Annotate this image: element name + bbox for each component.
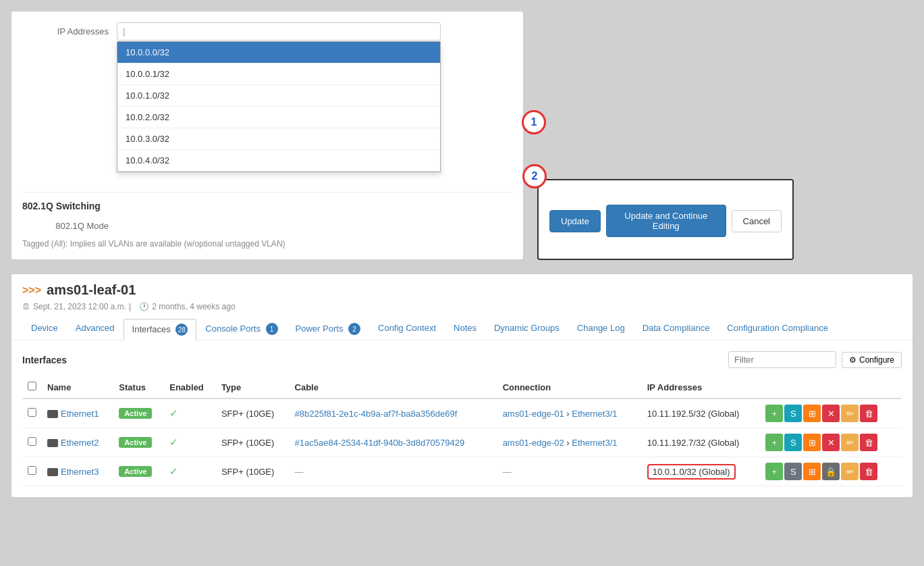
assign-button[interactable]: ⊞: [803, 434, 821, 451]
interface-ip: 10.11.192.7/32 (Global): [642, 428, 761, 457]
tab-interfaces[interactable]: Interfaces 28: [124, 319, 197, 340]
select-all-checkbox[interactable]: [28, 382, 36, 390]
edit-button[interactable]: ✏: [841, 463, 859, 480]
ip-addresses-label: IP Addresses: [22, 22, 117, 36]
buttons-card: 2 Update Update and Continue Editing Can…: [537, 179, 794, 260]
add-button[interactable]: +: [765, 463, 783, 480]
step-badge-2: 2: [522, 164, 547, 188]
switching-mode-row: 802.1Q Mode: [22, 217, 512, 231]
cable-link[interactable]: #1ac5ae84-2534-41df-940b-3d8d70579429: [295, 438, 465, 448]
interface-icon: [47, 439, 58, 447]
th-checkbox: [22, 376, 42, 398]
dropdown-item-1[interactable]: 10.0.0.1/32: [117, 63, 440, 85]
dropdown-item-2[interactable]: 10.0.1.0/32: [117, 85, 440, 107]
ip-addresses-row: IP Addresses 10.0.0.0/32 10.0.0.1/32 10.…: [22, 22, 512, 41]
row-checkbox-eth1[interactable]: [28, 408, 36, 417]
filter-input[interactable]: [728, 351, 836, 368]
interface-name-link[interactable]: Ethernet3: [61, 467, 99, 477]
dropdown-item-5[interactable]: 10.0.4.0/32: [117, 150, 440, 172]
table-row: Ethernet2Active✓SFP+ (10GE)#1ac5ae84-253…: [22, 428, 902, 457]
tabs-row: Device Advanced Interfaces 28 Console Po…: [22, 318, 902, 340]
interfaces-header: Interfaces Configure: [22, 351, 902, 368]
interface-actions: + S ⊞ 🔒 ✏ 🗑: [760, 457, 902, 486]
enabled-check: ✓: [169, 407, 178, 419]
tab-notes[interactable]: Notes: [445, 318, 485, 340]
interfaces-badge: 28: [175, 324, 188, 336]
delete-button[interactable]: 🗑: [860, 463, 877, 480]
tab-advanced[interactable]: Advanced: [67, 318, 124, 340]
disconnect-button[interactable]: ✕: [822, 405, 840, 422]
tagged-note: Tagged (All): Implies all VLANs are avai…: [22, 239, 512, 249]
update-button[interactable]: Update: [549, 210, 601, 232]
sync-button[interactable]: S: [784, 463, 802, 480]
interface-type: SFP+ (10GE): [216, 398, 290, 428]
disconnect-button[interactable]: ✕: [822, 434, 840, 451]
enabled-check: ✓: [169, 465, 178, 477]
row-checkbox-eth2[interactable]: [28, 437, 36, 446]
tab-config-compliance[interactable]: Configuration Compliance: [718, 318, 837, 340]
configure-button[interactable]: Configure: [842, 352, 902, 368]
assign-button[interactable]: ⊞: [803, 463, 821, 480]
edit-button[interactable]: ✏: [841, 405, 859, 422]
interface-connection: ams01-edge-01 › Ethernet3/1: [497, 398, 642, 428]
interface-icon: [47, 468, 58, 476]
connection-from-link[interactable]: ams01-edge-01: [503, 409, 564, 419]
delete-button[interactable]: 🗑: [860, 434, 877, 451]
interface-cable: #8b225f81-2e1c-4b9a-af7f-ba8a356de69f: [290, 398, 497, 428]
tab-data-compliance[interactable]: Data Compliance: [634, 318, 719, 340]
sync-button[interactable]: S: [784, 405, 802, 422]
interface-actions: + S ⊞ ✕ ✏ 🗑: [760, 428, 902, 457]
update-continue-button[interactable]: Update and Continue Editing: [606, 205, 726, 237]
device-header: >>> ams01-leaf-01 🗓 Sept. 21, 2023 12:00…: [11, 274, 913, 340]
connection-to-link[interactable]: Ethernet3/1: [572, 409, 617, 419]
device-date: 🗓 Sept. 21, 2023 12:00 a.m. |: [22, 302, 131, 311]
interface-enabled: ✓: [164, 398, 216, 428]
device-time-ago-text: 2 months, 4 weeks ago: [152, 302, 235, 311]
switching-section: 802.1Q Switching 802.1Q Mode Tagged (All…: [22, 201, 512, 249]
connection-from-link[interactable]: ams01-edge-02: [503, 438, 564, 448]
table-row: Ethernet3Active✓SFP+ (10GE)——10.0.1.0/32…: [22, 457, 902, 486]
interface-status: Active: [113, 428, 164, 457]
connection-arrow: ›: [566, 438, 569, 448]
sync-button[interactable]: S: [784, 434, 802, 451]
dropdown-item-4[interactable]: 10.0.3.0/32: [117, 128, 440, 150]
tab-dynamic-groups[interactable]: Dynamic Groups: [485, 318, 568, 340]
edit-button[interactable]: ✏: [841, 434, 859, 451]
device-name: ams01-leaf-01: [47, 282, 136, 298]
th-connection: Connection: [497, 376, 642, 398]
delete-button[interactable]: 🗑: [860, 405, 877, 422]
tab-device[interactable]: Device: [22, 318, 67, 340]
interface-cable: #1ac5ae84-2534-41df-940b-3d8d70579429: [290, 428, 497, 457]
th-ip-addresses: IP Addresses: [642, 376, 761, 398]
device-title-row: >>> ams01-leaf-01: [22, 282, 902, 298]
console-ports-badge: 1: [266, 323, 278, 335]
assign-button[interactable]: ⊞: [803, 405, 821, 422]
interface-name: Ethernet1: [42, 398, 113, 428]
add-button[interactable]: +: [765, 434, 783, 451]
enabled-check: ✓: [169, 436, 178, 448]
status-badge: Active: [119, 466, 152, 477]
device-card: >>> ams01-leaf-01 🗓 Sept. 21, 2023 12:00…: [11, 274, 913, 498]
switching-title: 802.1Q Switching: [22, 201, 512, 211]
action-buttons: + S ⊞ ✕ ✏ 🗑: [765, 434, 896, 451]
interface-name-link[interactable]: Ethernet2: [61, 438, 99, 448]
cable-link[interactable]: #8b225f81-2e1c-4b9a-af7f-ba8a356de69f: [295, 409, 458, 419]
ip-address: 10.11.192.5/32 (Global): [647, 409, 740, 419]
cancel-button[interactable]: Cancel: [732, 210, 782, 232]
tab-config-context[interactable]: Config Context: [369, 318, 445, 340]
interface-name-link[interactable]: Ethernet1: [61, 409, 99, 419]
tab-power-ports[interactable]: Power Ports 2: [287, 318, 369, 340]
row-checkbox-eth3[interactable]: [28, 466, 36, 475]
interface-enabled: ✓: [164, 457, 216, 486]
dropdown-item-0[interactable]: 10.0.0.0/32: [117, 42, 440, 63]
tab-change-log[interactable]: Change Log: [568, 318, 634, 340]
ip-search-input[interactable]: [117, 22, 441, 41]
tab-console-ports[interactable]: Console Ports 1: [196, 318, 286, 340]
connection-to-link[interactable]: Ethernet3/1: [572, 438, 617, 448]
lock-button[interactable]: 🔒: [822, 463, 840, 480]
action-buttons: + S ⊞ 🔒 ✏ 🗑: [765, 463, 896, 480]
interface-cable: —: [290, 457, 497, 486]
dropdown-item-3[interactable]: 10.0.2.0/32: [117, 107, 440, 128]
add-button[interactable]: +: [765, 405, 783, 422]
interface-name: Ethernet3: [42, 457, 113, 486]
